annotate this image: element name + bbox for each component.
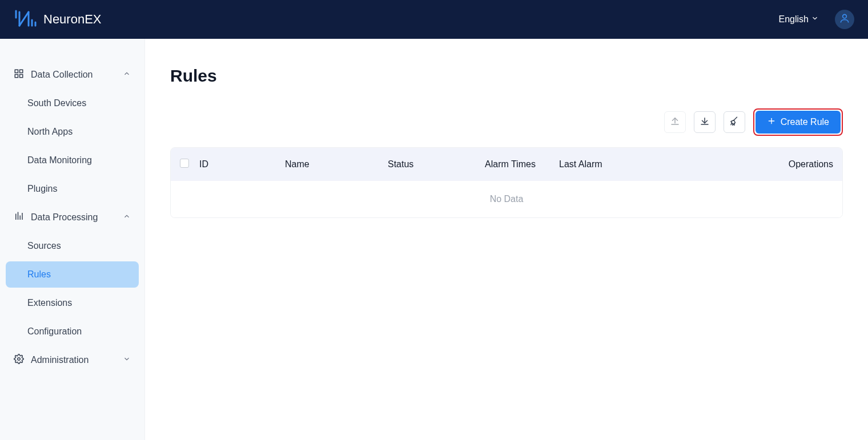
sidebar-group-label: Data Processing — [31, 212, 98, 223]
broom-icon — [729, 116, 740, 128]
column-header-operations: Operations — [748, 159, 833, 169]
brand-name: NeuronEX — [43, 12, 102, 27]
brand-group: NeuronEX — [14, 9, 102, 30]
sidebar-item-configuration[interactable]: Configuration — [6, 318, 139, 345]
chevron-up-icon — [123, 70, 131, 80]
svg-rect-8 — [20, 70, 23, 72]
svg-rect-10 — [20, 75, 23, 78]
user-avatar[interactable] — [835, 10, 854, 29]
create-rule-label: Create Rule — [781, 117, 829, 127]
gear-icon — [14, 354, 24, 366]
table-empty-state: No Data — [171, 181, 842, 217]
sidebar-group-data-collection[interactable]: Data Collection — [6, 62, 139, 88]
chevron-down-icon — [123, 355, 131, 365]
header-actions: English — [779, 10, 854, 29]
svg-rect-7 — [15, 70, 18, 72]
sidebar-item-rules[interactable]: Rules — [6, 261, 139, 288]
sidebar-item-extensions[interactable]: Extensions — [6, 290, 139, 316]
column-header-last-alarm: Last Alarm — [559, 159, 748, 169]
clear-button[interactable] — [724, 111, 745, 133]
language-selector[interactable]: English — [779, 14, 819, 25]
sidebar-group-label: Administration — [31, 355, 89, 365]
sidebar-group-administration[interactable]: Administration — [6, 347, 139, 373]
svg-point-6 — [843, 14, 847, 18]
column-header-alarm-times: Alarm Times — [485, 159, 559, 169]
chevron-down-icon — [811, 14, 819, 25]
create-rule-button[interactable]: Create Rule — [756, 111, 841, 134]
svg-point-15 — [18, 358, 21, 361]
svg-line-21 — [731, 123, 732, 125]
svg-line-2 — [19, 12, 29, 26]
sidebar-item-plugins[interactable]: Plugins — [6, 176, 139, 202]
download-icon — [700, 116, 710, 128]
column-header-id: ID — [199, 159, 285, 169]
table-header: ID Name Status Alarm Times Last Alarm Op… — [171, 148, 842, 181]
svg-line-22 — [733, 124, 733, 126]
svg-line-20 — [734, 117, 737, 120]
main-content: Rules — [145, 39, 868, 440]
language-label: English — [779, 14, 809, 25]
download-button[interactable] — [694, 111, 716, 133]
create-rule-highlight: Create Rule — [753, 108, 843, 136]
column-header-name: Name — [285, 159, 388, 169]
logo-icon — [14, 9, 38, 30]
sidebar-item-sources[interactable]: Sources — [6, 233, 139, 259]
sidebar-group-data-processing[interactable]: Data Processing — [6, 204, 139, 231]
upload-button[interactable] — [664, 111, 686, 133]
rules-table: ID Name Status Alarm Times Last Alarm Op… — [170, 147, 843, 218]
user-icon — [839, 13, 850, 26]
sidebar-item-south-devices[interactable]: South Devices — [6, 90, 139, 116]
plus-icon — [767, 116, 776, 128]
app-header: NeuronEX English — [0, 0, 868, 39]
page-title: Rules — [170, 66, 843, 86]
select-all-checkbox[interactable] — [180, 159, 189, 168]
upload-icon — [670, 116, 680, 128]
svg-rect-9 — [15, 75, 18, 78]
chevron-up-icon — [123, 212, 131, 223]
toolbar: Create Rule — [170, 108, 843, 136]
sidebar-item-data-monitoring[interactable]: Data Monitoring — [6, 147, 139, 173]
data-collection-icon — [14, 68, 24, 81]
sidebar-item-north-apps[interactable]: North Apps — [6, 119, 139, 145]
data-processing-icon — [14, 211, 24, 224]
column-header-status: Status — [388, 159, 485, 169]
sidebar: Data Collection South Devices North Apps… — [0, 39, 145, 440]
sidebar-group-label: Data Collection — [31, 70, 93, 80]
